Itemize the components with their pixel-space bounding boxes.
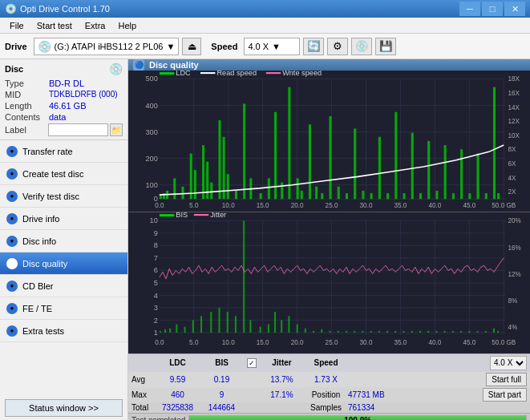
nav-item-verify-test-disc[interactable]: ●Verify test disc xyxy=(0,185,127,208)
avg-label: Avg xyxy=(131,375,156,384)
position-value: 47731 MB xyxy=(348,390,385,399)
svg-rect-138 xyxy=(192,320,194,333)
nav-item-create-test-disc[interactable]: ●Create test disc xyxy=(0,163,127,185)
nav-label-disc-quality: Disc quality xyxy=(22,259,67,269)
length-value: 46.61 GB xyxy=(49,101,86,111)
nav-item-transfer-rate[interactable]: ●Transfer rate xyxy=(0,140,127,163)
drive-toolbar: Drive 💿 (G:) ATAPI iHBS112 2 PL06 ▼ ⏏ Sp… xyxy=(0,34,530,59)
svg-text:40.0: 40.0 xyxy=(428,202,441,209)
svg-text:45.0: 45.0 xyxy=(463,202,475,209)
disc-panel-icon: 💿 xyxy=(109,63,123,75)
svg-text:20%: 20% xyxy=(508,217,521,224)
main-layout: Disc 💿 Type BD-R DL MID TDKBLDRFB (000) … xyxy=(0,59,530,420)
svg-text:20.0: 20.0 xyxy=(291,339,304,346)
settings-button[interactable]: ⚙ xyxy=(327,38,348,55)
refresh-button[interactable]: 🔄 xyxy=(303,38,324,55)
svg-rect-65 xyxy=(386,193,389,199)
save-button[interactable]: 💾 xyxy=(375,38,396,55)
svg-rect-43 xyxy=(223,137,225,200)
speed-value: 4.0 X xyxy=(248,42,269,51)
close-button[interactable]: ✕ xyxy=(504,2,525,16)
sidebar: Disc 💿 Type BD-R DL MID TDKBLDRFB (000) … xyxy=(0,59,128,420)
svg-rect-36 xyxy=(181,187,184,200)
jitter-checkbox[interactable]: ✓ xyxy=(247,358,257,368)
svg-rect-155 xyxy=(330,331,331,333)
drive-select-container[interactable]: 💿 (G:) ATAPI iHBS112 2 PL06 ▼ xyxy=(34,38,180,55)
svg-text:50.0 GB: 50.0 GB xyxy=(492,202,516,209)
nav-label-extra-tests: Extra tests xyxy=(22,326,64,336)
svg-text:5: 5 xyxy=(154,279,158,287)
eject-button[interactable]: ⏏ xyxy=(182,38,201,55)
total-row: Total 7325838 144664 Samples 761334 xyxy=(128,402,530,413)
svg-text:15.0: 15.0 xyxy=(257,339,269,346)
label-label: Label xyxy=(5,125,48,135)
svg-text:4X: 4X xyxy=(508,174,516,181)
nav-item-cd-bler[interactable]: ●CD Bler xyxy=(0,275,127,297)
type-label: Type xyxy=(5,79,49,88)
label-browse-button[interactable]: 📁 xyxy=(110,123,123,136)
svg-rect-140 xyxy=(210,312,212,333)
nav-item-disc-quality[interactable]: ●Disc quality xyxy=(0,252,127,275)
svg-text:20.0: 20.0 xyxy=(291,202,304,209)
svg-rect-139 xyxy=(200,316,202,333)
svg-text:10.0: 10.0 xyxy=(222,339,235,346)
status-window-button[interactable]: Status window >> xyxy=(5,399,123,417)
svg-rect-82 xyxy=(200,72,215,74)
speed-select[interactable]: 4.0 X xyxy=(490,356,527,370)
start-full-button[interactable]: Start full xyxy=(486,373,527,386)
bis-header: BIS xyxy=(200,358,244,367)
nav-item-fe-te[interactable]: ●FE / TE xyxy=(0,297,127,320)
menu-start-test[interactable]: Start test xyxy=(30,19,79,32)
svg-rect-146 xyxy=(260,327,261,333)
menu-extra[interactable]: Extra xyxy=(79,19,112,32)
chevron-down-icon: ▼ xyxy=(166,42,175,51)
svg-rect-75 xyxy=(468,193,471,199)
svg-rect-46 xyxy=(243,103,245,199)
nav-icon-extra-tests: ● xyxy=(6,325,18,337)
total-bis: 144664 xyxy=(200,403,244,412)
nav-label-disc-info: Disc info xyxy=(22,236,56,246)
contents-value: data xyxy=(49,112,66,122)
nav-item-drive-info[interactable]: ●Drive info xyxy=(0,208,127,230)
menu-help[interactable]: Help xyxy=(111,19,143,32)
svg-rect-164 xyxy=(403,331,405,333)
svg-rect-159 xyxy=(362,331,363,333)
svg-rect-53 xyxy=(297,178,299,199)
drive-icon: 💿 xyxy=(38,40,51,53)
svg-text:6X: 6X xyxy=(508,160,516,168)
menu-file[interactable]: File xyxy=(3,19,30,32)
svg-text:300: 300 xyxy=(145,128,157,136)
svg-text:1: 1 xyxy=(154,329,158,337)
svg-rect-163 xyxy=(394,331,396,333)
maximize-button[interactable]: □ xyxy=(482,2,503,16)
mid-label: MID xyxy=(5,90,49,99)
start-part-button[interactable]: Start part xyxy=(483,388,527,402)
svg-rect-40 xyxy=(206,162,208,200)
disc-button[interactable]: 💿 xyxy=(351,38,372,55)
label-input[interactable] xyxy=(48,123,108,136)
nav-label-drive-info: Drive info xyxy=(22,214,59,224)
total-ldc: 7325838 xyxy=(156,403,200,412)
svg-text:4%: 4% xyxy=(508,324,517,331)
svg-text:200: 200 xyxy=(145,155,157,163)
speed-select-container[interactable]: 4.0 X ▼ xyxy=(244,38,300,55)
svg-text:Jitter: Jitter xyxy=(210,212,226,219)
svg-text:10X: 10X xyxy=(508,132,520,139)
svg-rect-39 xyxy=(202,145,204,199)
svg-rect-150 xyxy=(288,316,289,333)
minimize-button[interactable]: ─ xyxy=(459,2,480,16)
charts-area: 500 400 300 200 100 0 18X 16X 14X 12X 10… xyxy=(128,71,530,353)
nav-item-disc-info[interactable]: ●Disc info xyxy=(0,230,127,252)
svg-rect-63 xyxy=(370,193,373,199)
content-area: 🔵 Disc quality xyxy=(128,59,530,420)
svg-rect-66 xyxy=(394,112,397,200)
svg-rect-166 xyxy=(419,331,421,333)
svg-text:LDC: LDC xyxy=(176,71,191,77)
svg-rect-76 xyxy=(477,153,479,199)
svg-rect-157 xyxy=(346,331,347,333)
max-jitter: 17.1% xyxy=(260,390,304,399)
nav-item-extra-tests[interactable]: ●Extra tests xyxy=(0,320,127,342)
drive-label: Drive xyxy=(5,42,27,51)
svg-rect-151 xyxy=(297,324,298,332)
svg-rect-134 xyxy=(164,329,166,333)
